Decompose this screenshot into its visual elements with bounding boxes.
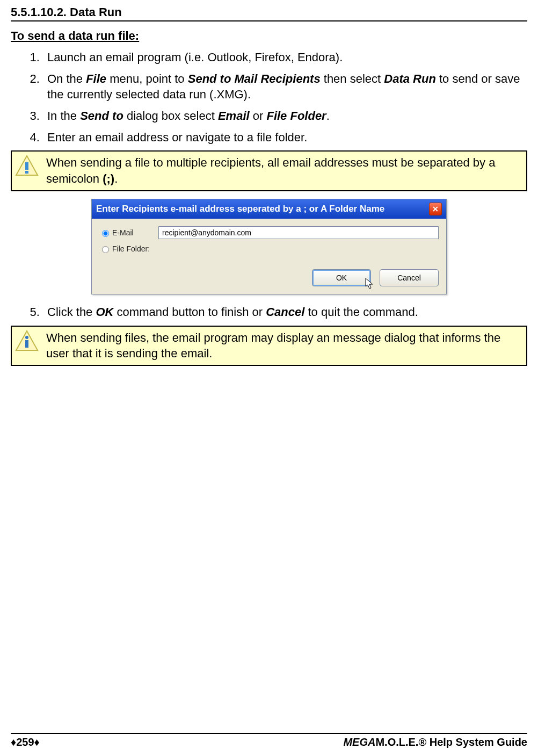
ok-button[interactable]: OK (312, 269, 371, 286)
step-5: Click the OK command button to finish or… (43, 304, 527, 320)
ok-command: OK (96, 305, 113, 319)
step-3: In the Send to dialog box select Email o… (43, 108, 527, 124)
guide-title-prefix: MEGA (343, 736, 375, 748)
send-to-dialog: Enter Recipients e-mail address seperate… (91, 199, 447, 294)
cancel-button-label: Cancel (397, 273, 421, 282)
step-text: command button to finish or (113, 305, 266, 319)
info-icon (15, 330, 39, 354)
close-button[interactable]: ✕ (429, 203, 442, 215)
dialog-title-text: Enter Recipients e-mail address seperate… (96, 204, 384, 214)
steps-list-continued: Click the OK command button to finish or… (11, 304, 527, 320)
svg-point-5 (25, 336, 28, 339)
step-text: Launch an email program (i.e. Outlook, F… (47, 51, 343, 64)
guide-title: MEGAM.O.L.E.® Help System Guide (343, 736, 527, 748)
menu-data-run: Data Run (384, 72, 436, 85)
cursor-icon (365, 278, 375, 291)
option-file-folder: File Folder (266, 109, 326, 123)
note-text-part: When sending files, the email program ma… (46, 331, 500, 361)
note-box-semicolon: When sending a file to multiple recipien… (11, 150, 527, 191)
note-text: When sending files, the email program ma… (46, 330, 521, 362)
section-heading: 5.5.1.10.2. Data Run (11, 5, 527, 21)
page-number: ♦259♦ (11, 736, 40, 748)
page-footer: ♦259♦ MEGAM.O.L.E.® Help System Guide (11, 733, 527, 748)
menu-send-to-mail-recipients: Send to Mail Recipients (188, 72, 321, 85)
step-text: On the (47, 72, 86, 85)
step-text: . (326, 109, 330, 123)
close-icon: ✕ (432, 205, 439, 213)
subheading: To send a data run file: (11, 29, 527, 43)
radio-file-folder[interactable]: File Folder: (99, 244, 158, 253)
radio-file-folder-label: File Folder: (112, 244, 150, 253)
step-text: or (250, 109, 267, 123)
step-2: On the File menu, point to Send to Mail … (43, 71, 527, 103)
step-1: Launch an email program (i.e. Outlook, F… (43, 49, 527, 66)
radio-email-input[interactable] (102, 230, 109, 237)
svg-rect-1 (25, 162, 28, 170)
menu-file: File (86, 72, 106, 85)
svg-rect-6 (25, 340, 28, 348)
radio-email-label: E-Mail (112, 228, 134, 237)
ok-button-label: OK (336, 273, 347, 282)
option-email: Email (218, 109, 250, 123)
cancel-command: Cancel (266, 305, 304, 319)
step-text: Enter an email address or navigate to a … (47, 131, 307, 144)
cancel-button[interactable]: Cancel (380, 269, 439, 286)
radio-file-folder-input[interactable] (102, 246, 109, 253)
email-input[interactable] (158, 226, 439, 239)
semicolon-hint: (;) (103, 172, 114, 185)
step-text: to quit the command. (304, 305, 418, 319)
dialog-titlebar[interactable]: Enter Recipients e-mail address seperate… (92, 199, 446, 219)
step-text: then select (321, 72, 384, 85)
note-text-part: . (114, 172, 118, 185)
guide-title-rest: M.O.L.E.® Help System Guide (375, 736, 527, 748)
step-text: menu, point to (106, 72, 188, 85)
svg-rect-2 (25, 171, 28, 174)
step-text: Click the (47, 305, 96, 319)
radio-email[interactable]: E-Mail (99, 228, 158, 237)
note-text: When sending a file to multiple recipien… (46, 155, 521, 186)
svg-marker-3 (366, 278, 373, 289)
dialog-name-send-to: Send to (80, 109, 123, 123)
step-text: In the (47, 109, 80, 123)
step-text: dialog box select (123, 109, 218, 123)
steps-list: Launch an email program (i.e. Outlook, F… (11, 49, 527, 145)
tip-icon (15, 155, 39, 178)
step-4: Enter an email address or navigate to a … (43, 129, 527, 146)
note-box-sending: When sending files, the email program ma… (11, 326, 527, 366)
